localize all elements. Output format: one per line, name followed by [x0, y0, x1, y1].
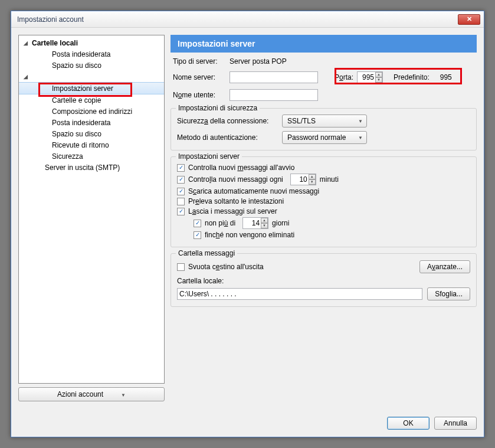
auth-method-dropdown[interactable]: Password normale ▼ [282, 131, 367, 144]
at-most-spinner[interactable]: ▲▼ [242, 217, 268, 229]
username-row: Nome utente: [173, 89, 477, 101]
check-startup-label: Controlla nuovi messaggi all'avvio [188, 163, 294, 172]
browse-button[interactable]: Sfoglia... [427, 287, 470, 300]
headers-only-label: Preleva soltanto le intestazioni [188, 197, 284, 205]
at-most-row: ✓ non più di ▲▼ giorni [194, 217, 470, 229]
check-startup-checkbox[interactable]: ✓ [177, 164, 185, 172]
at-most-checkbox[interactable]: ✓ [194, 220, 201, 227]
local-folder-input[interactable] [177, 288, 422, 300]
spin-up-icon[interactable]: ▲ [309, 174, 316, 179]
tree-item-server-settings[interactable]: Impostazioni server [19, 82, 164, 94]
server-name-label: Nome server: [173, 73, 226, 81]
at-most-label: non più di [205, 219, 235, 227]
security-fieldset: Impostazioni di sicurezza Sicurezza dell… [171, 108, 477, 151]
tree-label: Sicurezza [52, 152, 83, 161]
check-interval-label: Controlla nuovi messaggi ogni [188, 175, 283, 184]
panel-title: Impostazioni server [171, 35, 477, 53]
check-interval-row: ✓ Controlla nuovi messaggi ogni ▲▼ minut… [177, 174, 470, 185]
advanced-button[interactable]: Avanzate... [419, 260, 470, 273]
tree-label: Cartelle locali [32, 39, 78, 47]
dialog-body: ◢ Cartelle locali Posta indesiderata Spa… [11, 28, 484, 408]
server-settings-fieldset: Impostazioni server ✓ Controlla nuovi me… [171, 156, 477, 247]
ok-button[interactable]: OK [387, 417, 430, 430]
until-deleted-checkbox[interactable]: ✓ [194, 231, 201, 239]
username-label: Nome utente: [173, 91, 226, 99]
folder-legend: Cartella messaggi [176, 249, 237, 257]
connection-security-dropdown[interactable]: SSL/TLS ▼ [282, 115, 367, 127]
spin-down-icon[interactable]: ▼ [261, 223, 268, 228]
close-button[interactable]: ✕ [458, 14, 480, 25]
headers-only-checkbox[interactable] [177, 198, 185, 205]
account-actions-label: Azioni account [57, 390, 103, 398]
until-deleted-label: finché non vengono eliminati [205, 231, 294, 239]
tree-item-local-folders[interactable]: ◢ Cartelle locali [19, 37, 164, 48]
server-name-row: Nome server: Porta: ▲▼ Predefinito: 995 [173, 71, 477, 83]
server-type-value: Server posta POP [230, 57, 287, 66]
cancel-button[interactable]: Annulla [434, 417, 477, 430]
tree-label: Spazio su disco [52, 61, 101, 70]
until-deleted-row: ✓ finché non vengono eliminati [194, 231, 470, 239]
username-input[interactable] [230, 89, 318, 101]
leave-on-server-row: ✓ Lascia i messaggi sul server [177, 207, 470, 215]
check-startup-row: ✓ Controlla nuovi messaggi all'avvio [177, 163, 470, 172]
minutes-label: minuti [320, 175, 339, 184]
empty-trash-label: Svuota cestino all'uscita [188, 263, 264, 271]
tree-item-smtp[interactable]: Server in uscita (SMTP) [19, 162, 164, 173]
tree-item-disk-space-2[interactable]: Spazio su disco [19, 128, 164, 139]
tree-item-return-receipts[interactable]: Ricevute di ritorno [19, 139, 164, 151]
tree-item-junk-2[interactable]: Posta indesiderata [19, 117, 164, 128]
tree-label: Spazio su disco [52, 130, 101, 138]
auto-download-checkbox[interactable]: ✓ [177, 188, 185, 195]
empty-trash-checkbox[interactable] [177, 263, 185, 271]
tree-label: Posta indesiderata [52, 50, 110, 58]
tree-item-junk[interactable]: Posta indesiderata [19, 48, 164, 60]
spin-up-icon[interactable]: ▲ [375, 72, 382, 77]
days-label: giorni [272, 219, 289, 227]
tree-item-copies-folders[interactable]: Cartelle e copie [19, 94, 164, 106]
spin-up-icon[interactable]: ▲ [261, 218, 268, 223]
dialog-button-bar: OK Annulla [387, 417, 477, 430]
tree-item-account[interactable]: ◢ [19, 71, 164, 82]
default-port-value: 995 [440, 73, 452, 81]
leave-on-server-label: Lascia i messaggi sul server [188, 207, 277, 215]
main-panel: Impostazioni server Tipo di server: Serv… [171, 35, 477, 401]
auto-download-row: ✓ Scarica automaticamente nuovi messaggi [177, 187, 470, 195]
tree-label: Server in uscita (SMTP) [45, 163, 120, 172]
close-icon: ✕ [467, 15, 472, 23]
headers-only-row: Preleva soltanto le intestazioni [177, 197, 470, 205]
connection-security-label: Sicurezza della connessione: [177, 117, 278, 125]
check-interval-spinner[interactable]: ▲▼ [290, 174, 316, 185]
chevron-down-icon: ▼ [358, 135, 363, 140]
account-actions-button[interactable]: Azioni account ▼ [18, 387, 165, 401]
tree-label: Ricevute di ritorno [52, 141, 109, 149]
tree-item-security[interactable]: Sicurezza [19, 151, 164, 162]
connection-security-value: SSL/TLS [287, 117, 316, 125]
check-interval-checkbox[interactable]: ✓ [177, 176, 185, 184]
auth-method-value: Password normale [287, 133, 346, 142]
spin-down-icon[interactable]: ▼ [375, 77, 382, 83]
port-spinner[interactable]: ▲▼ [357, 71, 383, 83]
tree-label: Posta indesiderata [52, 119, 110, 127]
auto-download-label: Scarica automaticamente nuovi messaggi [188, 187, 319, 195]
titlebar: Impostazioni account ✕ [11, 11, 484, 28]
security-legend: Impostazioni di sicurezza [176, 104, 260, 112]
account-settings-dialog: Impostazioni account ✕ ◢ Cartelle locali… [11, 11, 484, 437]
tree-label: Impostazioni server [52, 84, 113, 93]
port-label: Porta: [335, 73, 353, 81]
auth-method-label: Metodo di autenticazione: [177, 133, 278, 142]
spin-down-icon[interactable]: ▼ [309, 179, 316, 185]
tree-item-disk-space[interactable]: Spazio su disco [19, 60, 164, 71]
server-type-label: Tipo di server: [173, 57, 226, 66]
server-name-input[interactable] [230, 71, 318, 83]
leave-on-server-checkbox[interactable]: ✓ [177, 208, 185, 215]
account-tree[interactable]: ◢ Cartelle locali Posta indesiderata Spa… [18, 35, 165, 384]
tree-label: Composizione ed indirizzi [52, 107, 132, 116]
folder-fieldset: Cartella messaggi Svuota cestino all'usc… [171, 253, 477, 307]
server-type-row: Tipo di server: Server posta POP [173, 57, 477, 66]
tree-label: Cartelle e copie [52, 96, 101, 104]
twisty-icon: ◢ [24, 74, 29, 80]
local-folder-label: Cartella locale: [177, 277, 470, 285]
tree-item-composition[interactable]: Composizione ed indirizzi [19, 106, 164, 117]
server-settings-legend: Impostazioni server [176, 152, 242, 161]
sidebar: ◢ Cartelle locali Posta indesiderata Spa… [18, 35, 165, 401]
